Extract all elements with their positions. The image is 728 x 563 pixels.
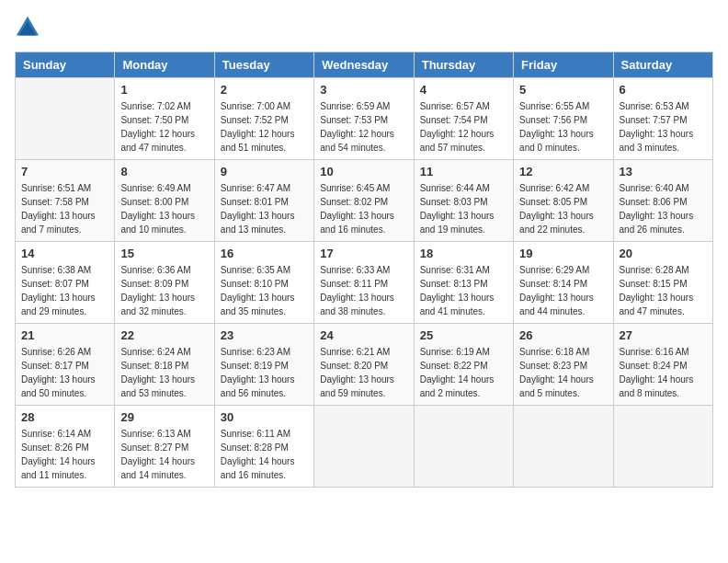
day-info: Sunrise: 6:14 AMSunset: 8:26 PMDaylight:… — [21, 427, 108, 482]
day-number: 16 — [221, 247, 308, 260]
page-header — [15, 15, 713, 40]
day-number: 27 — [620, 328, 707, 342]
day-cell — [16, 78, 115, 160]
day-info: Sunrise: 6:59 AMSunset: 7:53 PMDaylight:… — [320, 99, 407, 155]
day-cell — [514, 406, 613, 488]
day-cell: 7Sunrise: 6:51 AMSunset: 7:58 PMDaylight… — [16, 160, 115, 242]
day-cell: 29Sunrise: 6:13 AMSunset: 8:27 PMDayligh… — [115, 406, 214, 488]
day-cell: 8Sunrise: 6:49 AMSunset: 8:00 PMDaylight… — [115, 160, 214, 242]
day-number: 26 — [519, 328, 607, 342]
day-cell: 10Sunrise: 6:45 AMSunset: 8:02 PMDayligh… — [314, 160, 414, 242]
day-cell: 26Sunrise: 6:18 AMSunset: 8:23 PMDayligh… — [514, 324, 613, 406]
day-info: Sunrise: 6:21 AMSunset: 8:20 PMDaylight:… — [320, 345, 407, 400]
day-info: Sunrise: 6:28 AMSunset: 8:15 PMDaylight:… — [620, 263, 707, 318]
day-cell — [613, 406, 712, 488]
col-header-wednesday: Wednesday — [314, 52, 414, 78]
day-number: 8 — [120, 165, 208, 178]
day-number: 13 — [620, 165, 707, 178]
day-info: Sunrise: 6:57 AMSunset: 7:54 PMDaylight:… — [420, 99, 507, 155]
col-header-saturday: Saturday — [613, 52, 712, 78]
day-cell: 3Sunrise: 6:59 AMSunset: 7:53 PMDaylight… — [314, 78, 414, 160]
day-info: Sunrise: 6:26 AMSunset: 8:17 PMDaylight:… — [21, 345, 108, 400]
day-info: Sunrise: 6:51 AMSunset: 7:58 PMDaylight:… — [21, 181, 108, 236]
day-number: 2 — [221, 83, 308, 97]
day-info: Sunrise: 6:49 AMSunset: 8:00 PMDaylight:… — [120, 181, 208, 236]
day-number: 28 — [21, 410, 108, 424]
day-number: 22 — [120, 328, 208, 342]
day-number: 9 — [221, 165, 308, 178]
day-info: Sunrise: 6:53 AMSunset: 7:57 PMDaylight:… — [620, 99, 707, 155]
day-cell: 12Sunrise: 6:42 AMSunset: 8:05 PMDayligh… — [514, 160, 613, 242]
day-cell: 15Sunrise: 6:36 AMSunset: 8:09 PMDayligh… — [115, 242, 214, 324]
day-info: Sunrise: 6:36 AMSunset: 8:09 PMDaylight:… — [120, 263, 208, 318]
day-info: Sunrise: 6:16 AMSunset: 8:24 PMDaylight:… — [620, 345, 707, 400]
day-info: Sunrise: 6:35 AMSunset: 8:10 PMDaylight:… — [221, 263, 308, 318]
day-number: 5 — [519, 83, 607, 97]
day-number: 18 — [420, 247, 507, 260]
day-info: Sunrise: 6:24 AMSunset: 8:18 PMDaylight:… — [120, 345, 208, 400]
day-number: 4 — [420, 83, 507, 97]
day-info: Sunrise: 6:29 AMSunset: 8:14 PMDaylight:… — [519, 263, 607, 318]
day-number: 15 — [120, 247, 208, 260]
day-number: 1 — [120, 83, 208, 97]
day-cell: 24Sunrise: 6:21 AMSunset: 8:20 PMDayligh… — [314, 324, 414, 406]
day-cell: 30Sunrise: 6:11 AMSunset: 8:28 PMDayligh… — [214, 406, 313, 488]
day-cell: 1Sunrise: 7:02 AMSunset: 7:50 PMDaylight… — [115, 78, 214, 160]
day-info: Sunrise: 6:38 AMSunset: 8:07 PMDaylight:… — [21, 263, 108, 318]
day-cell: 17Sunrise: 6:33 AMSunset: 8:11 PMDayligh… — [314, 242, 414, 324]
day-info: Sunrise: 6:40 AMSunset: 8:06 PMDaylight:… — [620, 181, 707, 236]
day-cell: 4Sunrise: 6:57 AMSunset: 7:54 PMDaylight… — [414, 78, 513, 160]
week-row-5: 28Sunrise: 6:14 AMSunset: 8:26 PMDayligh… — [16, 406, 713, 488]
day-number: 19 — [519, 247, 607, 260]
week-row-1: 1Sunrise: 7:02 AMSunset: 7:50 PMDaylight… — [16, 78, 713, 160]
day-cell: 28Sunrise: 6:14 AMSunset: 8:26 PMDayligh… — [16, 406, 115, 488]
day-info: Sunrise: 6:33 AMSunset: 8:11 PMDaylight:… — [320, 263, 407, 318]
day-number: 12 — [519, 165, 607, 178]
col-header-thursday: Thursday — [414, 52, 513, 78]
day-info: Sunrise: 6:18 AMSunset: 8:23 PMDaylight:… — [519, 345, 607, 400]
day-cell — [414, 406, 513, 488]
week-row-4: 21Sunrise: 6:26 AMSunset: 8:17 PMDayligh… — [16, 324, 713, 406]
day-cell: 23Sunrise: 6:23 AMSunset: 8:19 PMDayligh… — [214, 324, 313, 406]
day-info: Sunrise: 6:31 AMSunset: 8:13 PMDaylight:… — [420, 263, 507, 318]
day-cell: 6Sunrise: 6:53 AMSunset: 7:57 PMDaylight… — [613, 78, 712, 160]
day-info: Sunrise: 6:44 AMSunset: 8:03 PMDaylight:… — [420, 181, 507, 236]
day-info: Sunrise: 6:47 AMSunset: 8:01 PMDaylight:… — [221, 181, 308, 236]
day-info: Sunrise: 6:55 AMSunset: 7:56 PMDaylight:… — [519, 99, 607, 155]
day-cell: 20Sunrise: 6:28 AMSunset: 8:15 PMDayligh… — [613, 242, 712, 324]
calendar-table: SundayMondayTuesdayWednesdayThursdayFrid… — [15, 52, 713, 488]
day-number: 10 — [320, 165, 407, 178]
day-number: 17 — [320, 247, 407, 260]
day-info: Sunrise: 6:45 AMSunset: 8:02 PMDaylight:… — [320, 181, 407, 236]
calendar-header-row: SundayMondayTuesdayWednesdayThursdayFrid… — [16, 52, 713, 78]
day-number: 25 — [420, 328, 507, 342]
day-info: Sunrise: 6:23 AMSunset: 8:19 PMDaylight:… — [221, 345, 308, 400]
day-cell: 27Sunrise: 6:16 AMSunset: 8:24 PMDayligh… — [613, 324, 712, 406]
day-cell: 19Sunrise: 6:29 AMSunset: 8:14 PMDayligh… — [514, 242, 613, 324]
day-number: 6 — [620, 83, 707, 97]
week-row-2: 7Sunrise: 6:51 AMSunset: 7:58 PMDaylight… — [16, 160, 713, 242]
day-number: 20 — [620, 247, 707, 260]
day-cell: 18Sunrise: 6:31 AMSunset: 8:13 PMDayligh… — [414, 242, 513, 324]
day-cell: 9Sunrise: 6:47 AMSunset: 8:01 PMDaylight… — [214, 160, 313, 242]
logo-icon — [15, 15, 40, 40]
logo — [15, 15, 44, 40]
col-header-tuesday: Tuesday — [214, 52, 313, 78]
day-cell: 16Sunrise: 6:35 AMSunset: 8:10 PMDayligh… — [214, 242, 313, 324]
day-info: Sunrise: 6:19 AMSunset: 8:22 PMDaylight:… — [420, 345, 507, 400]
day-cell: 13Sunrise: 6:40 AMSunset: 8:06 PMDayligh… — [613, 160, 712, 242]
day-info: Sunrise: 6:11 AMSunset: 8:28 PMDaylight:… — [221, 427, 308, 482]
day-number: 24 — [320, 328, 407, 342]
day-number: 3 — [320, 83, 407, 97]
day-cell: 2Sunrise: 7:00 AMSunset: 7:52 PMDaylight… — [214, 78, 313, 160]
day-info: Sunrise: 7:02 AMSunset: 7:50 PMDaylight:… — [120, 99, 208, 155]
day-cell — [314, 406, 414, 488]
day-number: 21 — [21, 328, 108, 342]
day-cell: 11Sunrise: 6:44 AMSunset: 8:03 PMDayligh… — [414, 160, 513, 242]
day-info: Sunrise: 7:00 AMSunset: 7:52 PMDaylight:… — [221, 99, 308, 155]
col-header-monday: Monday — [115, 52, 214, 78]
day-cell: 5Sunrise: 6:55 AMSunset: 7:56 PMDaylight… — [514, 78, 613, 160]
day-number: 29 — [120, 410, 208, 424]
day-cell: 21Sunrise: 6:26 AMSunset: 8:17 PMDayligh… — [16, 324, 115, 406]
day-info: Sunrise: 6:13 AMSunset: 8:27 PMDaylight:… — [120, 427, 208, 482]
